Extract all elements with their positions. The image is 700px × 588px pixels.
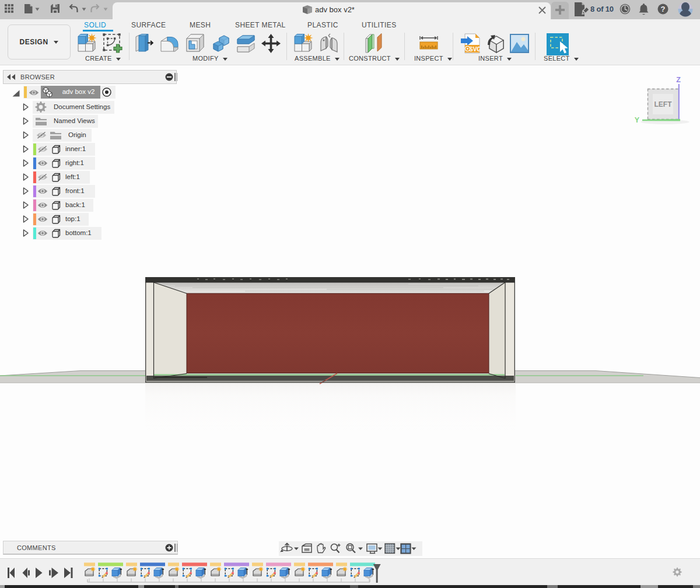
svg-text:Z: Z <box>676 76 681 84</box>
svg-text:Y: Y <box>635 116 640 124</box>
svg-text:?: ? <box>661 5 666 13</box>
svg-text:SVG: SVG <box>469 46 480 52</box>
svg-text:LEFT: LEFT <box>654 100 673 108</box>
